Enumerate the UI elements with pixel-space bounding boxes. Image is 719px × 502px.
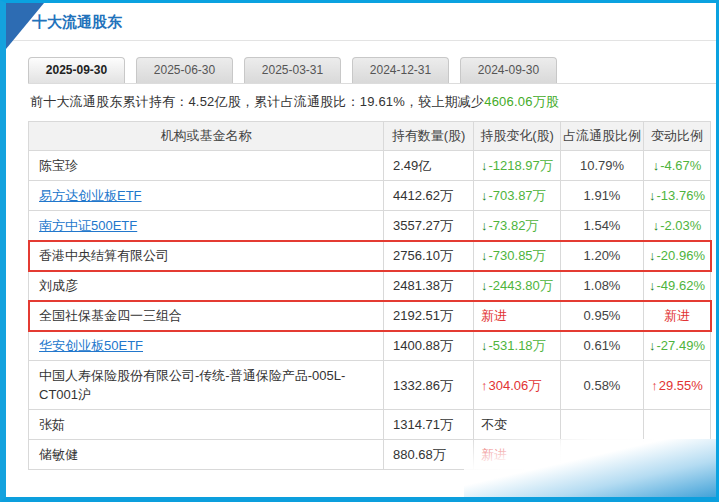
tab-date-2025-06-30[interactable]: 2025-06-30 [136, 57, 233, 83]
variation-ratio: 新进 [664, 308, 690, 323]
holding-quantity: 2481.38万 [393, 278, 453, 293]
circulating-ratio: 1.54% [584, 218, 621, 233]
tab-label: 2024-09-30 [478, 63, 539, 77]
page-title: 十大流通股东 [28, 9, 716, 40]
circulating-ratio: 0.58% [584, 378, 621, 393]
circulating-ratio: 10.79% [580, 158, 624, 173]
tab-label: 2025-09-30 [46, 63, 107, 77]
column-header-ratio: 占流通股比例 [561, 122, 644, 151]
down-arrow-icon: ↓ [649, 338, 656, 353]
shareholder-link[interactable]: 南方中证500ETF [39, 218, 137, 233]
table-row-highlighted: 全国社保基金四一三组合 2192.51万 新进 0.95% 新进 [29, 301, 711, 331]
summary-label-ratio: ，累计占流通股比： [241, 94, 360, 109]
holding-change-value: 新进 [481, 308, 507, 323]
down-arrow-icon: ↓ [481, 338, 488, 353]
variation-ratio: -2.03% [660, 218, 701, 233]
circulating-ratio: 1.08% [584, 278, 621, 293]
table-row: 张茹 1314.71万 不变 [29, 410, 711, 440]
summary-holding-value: 4.52亿股 [188, 94, 241, 109]
circulating-ratio: 1.91% [584, 188, 621, 203]
table-row: 华安创业板50ETF 1400.88万 ↓-531.18万 0.61% ↓-27… [29, 331, 711, 361]
up-arrow-icon: ↑ [481, 378, 488, 393]
title-divider [6, 40, 716, 41]
variation-ratio: -13.76% [657, 188, 705, 203]
circulating-ratio: 0.95% [584, 308, 621, 323]
down-arrow-icon: ↓ [481, 158, 488, 173]
shareholder-name: 张茹 [39, 417, 65, 432]
holding-change-value: -703.87万 [489, 188, 546, 203]
holding-change-value: 新进 [481, 447, 507, 462]
shareholder-name: 刘成彦 [39, 278, 78, 293]
holding-change-value: -531.18万 [489, 338, 546, 353]
down-arrow-icon: ↓ [481, 278, 488, 293]
variation-ratio: -20.96% [657, 248, 705, 263]
holding-change-value: 304.06万 [489, 378, 542, 393]
down-arrow-icon: ↓ [481, 218, 488, 233]
down-arrow-icon: ↓ [653, 158, 660, 173]
holding-quantity: 2.49亿 [393, 158, 431, 173]
down-arrow-icon: ↓ [481, 248, 488, 263]
tab-label: 2025-06-30 [154, 63, 215, 77]
circulating-ratio: 1.20% [584, 248, 621, 263]
holding-change-value: -730.85万 [489, 248, 546, 263]
down-arrow-icon: ↓ [481, 188, 488, 203]
holding-quantity: 4412.62万 [393, 188, 453, 203]
holding-quantity: 2756.10万 [393, 248, 453, 263]
date-tabs: 2025-09-30 2025-06-30 2025-03-31 2024-12… [28, 57, 716, 84]
summary-change-value: 4606.06万股 [484, 94, 559, 109]
summary-ratio-value: 19.61% [360, 94, 405, 109]
summary-line: 前十大流通股东累计持有：4.52亿股，累计占流通股比：19.61%，较上期减少4… [28, 84, 716, 119]
table-row: 中国人寿保险股份有限公司-传统-普通保险产品-005L-CT001沪 1332.… [29, 361, 711, 410]
shareholder-link[interactable]: 易方达创业板ETF [39, 188, 142, 203]
shareholder-name: 陈宝珍 [39, 158, 78, 173]
holding-change-value: -1218.97万 [489, 158, 553, 173]
shareholder-name: 储敏健 [39, 447, 78, 462]
shareholder-name: 香港中央结算有限公司 [39, 248, 169, 263]
variation-ratio: -49.62% [657, 278, 705, 293]
top-shareholders-panel: 十大流通股东 2025-09-30 2025-06-30 2025-03-31 … [0, 0, 719, 502]
holding-quantity: 880.68万 [393, 447, 446, 462]
down-arrow-icon: ↓ [653, 218, 660, 233]
variation-ratio: -4.67% [660, 158, 701, 173]
column-header-quantity: 持有数量(股) [384, 122, 474, 151]
tab-date-2024-09-30[interactable]: 2024-09-30 [460, 57, 557, 83]
tab-label: 2025-03-31 [262, 63, 323, 77]
shareholder-name: 中国人寿保险股份有限公司-传统-普通保险产品-005L-CT001沪 [39, 368, 345, 402]
table-row: 陈宝珍 2.49亿 ↓-1218.97万 10.79% ↓-4.67% [29, 151, 711, 181]
table-row: 易方达创业板ETF 4412.62万 ↓-703.87万 1.91% ↓-13.… [29, 181, 711, 211]
panel-content: 十大流通股东 2025-09-30 2025-06-30 2025-03-31 … [6, 3, 716, 470]
holding-quantity: 1400.88万 [393, 338, 453, 353]
column-header-variation: 变动比例 [644, 122, 711, 151]
table-row: 南方中证500ETF 3557.27万 ↓-73.82万 1.54% ↓-2.0… [29, 211, 711, 241]
holding-quantity: 2192.51万 [393, 308, 453, 323]
shareholders-table: 机构或基金名称 持有数量(股) 持股变化(股) 占流通股比例 变动比例 陈宝珍 … [28, 121, 711, 470]
tab-date-2025-03-31[interactable]: 2025-03-31 [244, 57, 341, 83]
table-row: 储敏健 880.68万 新进 [29, 440, 711, 470]
summary-label-change: ，较上期减少 [405, 94, 484, 109]
holding-change-value: -73.82万 [489, 218, 539, 233]
down-arrow-icon: ↓ [649, 188, 656, 203]
variation-ratio: -27.49% [657, 338, 705, 353]
holding-change-value: -2443.80万 [489, 278, 553, 293]
holding-quantity: 1314.71万 [393, 417, 453, 432]
holding-quantity: 1332.86万 [393, 378, 453, 393]
corner-fold-decoration [6, 3, 44, 49]
holding-change-value: 不变 [481, 417, 507, 432]
down-arrow-icon: ↓ [649, 278, 656, 293]
column-header-change: 持股变化(股) [474, 122, 561, 151]
column-header-name: 机构或基金名称 [29, 122, 384, 151]
tab-label: 2024-12-31 [370, 63, 431, 77]
shareholder-name: 全国社保基金四一三组合 [39, 308, 182, 323]
variation-ratio: 29.55% [659, 378, 703, 393]
tab-date-2025-09-30[interactable]: 2025-09-30 [28, 57, 125, 83]
shareholder-link[interactable]: 华安创业板50ETF [39, 338, 143, 353]
table-row-highlighted: 香港中央结算有限公司 2756.10万 ↓-730.85万 1.20% ↓-20… [29, 241, 711, 271]
tab-date-2024-12-31[interactable]: 2024-12-31 [352, 57, 449, 83]
circulating-ratio: 0.61% [584, 338, 621, 353]
up-arrow-icon: ↑ [651, 378, 658, 393]
table-row: 刘成彦 2481.38万 ↓-2443.80万 1.08% ↓-49.62% [29, 271, 711, 301]
table-header-row: 机构或基金名称 持有数量(股) 持股变化(股) 占流通股比例 变动比例 [29, 122, 711, 151]
down-arrow-icon: ↓ [649, 248, 656, 263]
summary-label-holding: 前十大流通股东累计持有： [30, 94, 188, 109]
holding-quantity: 3557.27万 [393, 218, 453, 233]
